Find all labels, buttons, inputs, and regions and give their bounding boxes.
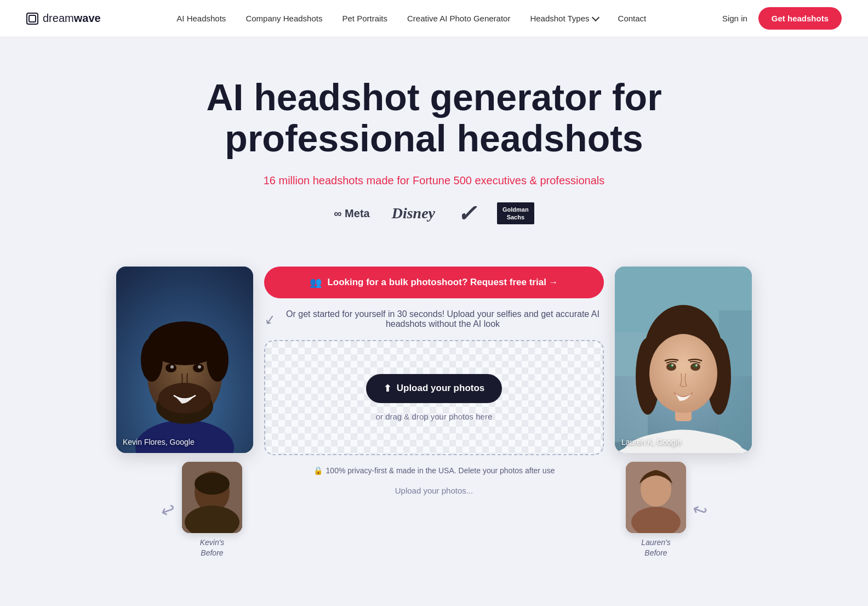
kevin-before-photo	[182, 462, 242, 533]
nav-creative-ai[interactable]: Creative AI Photo Generator	[407, 14, 510, 23]
privacy-note: 🔒 100% privacy-first & made in the USA. …	[313, 466, 555, 475]
svg-point-17	[195, 473, 230, 495]
svg-point-6	[158, 383, 211, 414]
navigation: dreamwave AI Headshots Company Headshots…	[0, 0, 868, 37]
nav-links: AI Headshots Company Headshots Pet Portr…	[176, 14, 646, 24]
kevin-before-section: ↪ Kevin's Before	[161, 462, 253, 559]
lauren-before-label: Lauren's Before	[641, 537, 670, 559]
main-section: ✦ Generated by dreamwave	[0, 249, 868, 581]
left-side: ✦ Generated by dreamwave	[100, 267, 264, 559]
logo-text: dreamwave	[43, 12, 101, 25]
center-content: 👥 Looking for a bulk photoshoot? Request…	[264, 267, 604, 495]
lauren-before-illustration	[626, 462, 686, 533]
kevin-generated-card: ✦ Generated by dreamwave	[116, 267, 253, 453]
brands-row: ∞ Meta Disney ✓ GoldmanSachs	[26, 200, 842, 227]
nav-pet-portraits[interactable]: Pet Portraits	[342, 14, 387, 23]
kevin-before-illustration	[182, 462, 242, 533]
svg-point-9	[170, 365, 174, 369]
svg-point-33	[695, 364, 698, 366]
brand-meta: ∞ Meta	[334, 207, 369, 220]
lauren-before-section: Lauren's Before ↩	[615, 462, 707, 559]
kevin-person-label: Kevin Flores, Google	[123, 438, 247, 446]
lauren-illustration	[615, 267, 752, 453]
hero-subtext: 16 million headshots made for Fortune 50…	[26, 174, 842, 187]
chevron-down-icon	[591, 14, 599, 21]
upload-photos-button[interactable]: ⬆ Upload your photos	[366, 374, 502, 403]
sign-in-link[interactable]: Sign in	[722, 14, 747, 23]
kevin-before-label: Kevin's Before	[200, 537, 225, 559]
kevin-illustration	[116, 267, 253, 453]
svg-point-32	[671, 364, 673, 366]
brand-disney: Disney	[392, 205, 435, 222]
svg-point-12	[141, 338, 163, 382]
hero-section: AI headshot generator for professional h…	[0, 37, 868, 249]
nav-ai-headshots[interactable]: AI Headshots	[176, 14, 226, 23]
upload-icon: ⬆	[384, 383, 391, 394]
upload-photos-hint: Upload your photos...	[395, 486, 473, 495]
hero-headline: AI headshot generator for professional h…	[198, 77, 670, 159]
svg-rect-0	[29, 15, 36, 22]
logo[interactable]: dreamwave	[26, 12, 101, 25]
nav-contact[interactable]: Contact	[618, 14, 647, 23]
lauren-generated-card: ✦ Generated by dreamwave	[615, 267, 752, 453]
svg-point-27	[649, 334, 717, 413]
or-text: ↙ Or get started for yourself in 30 seco…	[264, 309, 604, 329]
lauren-before-photo	[626, 462, 686, 533]
lock-icon: 🔒	[313, 466, 323, 475]
nav-company-headshots[interactable]: Company Headshots	[245, 14, 322, 23]
people-icon: 👥	[310, 276, 322, 288]
svg-point-13	[207, 338, 229, 382]
upload-area[interactable]: ⬆ Upload your photos or drag & drop your…	[264, 340, 604, 455]
nav-headshot-types[interactable]: Headshot Types	[530, 14, 598, 23]
right-side: ✦ Generated by dreamwave	[604, 267, 768, 559]
get-headshots-button[interactable]: Get headshots	[758, 7, 842, 30]
logo-icon	[26, 13, 38, 25]
drag-drop-text: or drag & drop your photos here	[278, 412, 590, 421]
brand-nike: ✓	[457, 200, 475, 227]
brand-goldman: GoldmanSachs	[497, 202, 534, 225]
svg-point-10	[198, 365, 201, 369]
bulk-photoshoot-button[interactable]: 👥 Looking for a bulk photoshoot? Request…	[264, 267, 604, 298]
lauren-person-label: Lauren K, Google	[621, 438, 745, 446]
nav-actions: Sign in Get headshots	[722, 7, 842, 30]
